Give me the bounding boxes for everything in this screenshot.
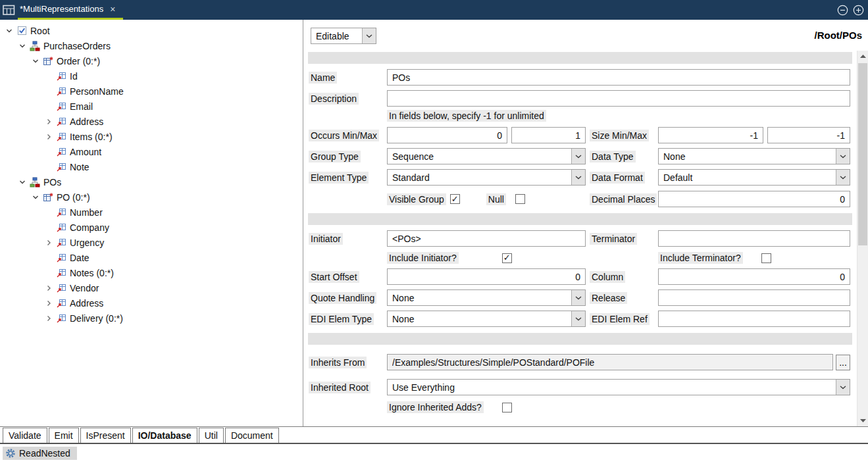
chevron-spacer xyxy=(43,222,54,233)
group-type-dropdown[interactable]: Sequence xyxy=(387,148,586,164)
chevron-expanded-icon[interactable] xyxy=(17,41,28,51)
tree-item[interactable]: Address xyxy=(0,114,303,129)
include-initiator-checkbox[interactable]: ✓ xyxy=(502,253,512,263)
inherits-from-input[interactable] xyxy=(387,354,833,370)
tree-item[interactable]: PersonName xyxy=(0,84,303,99)
ignore-inherited-adds-label: Ignore Inherited Adds? xyxy=(387,401,484,413)
edi-elem-ref-input[interactable] xyxy=(658,311,850,327)
tree-item[interactable]: Urgency xyxy=(0,235,303,250)
tree-item[interactable]: Note xyxy=(0,159,303,174)
element-node-icon xyxy=(56,101,66,112)
terminator-input[interactable] xyxy=(658,230,850,247)
chevron-collapsed-icon[interactable] xyxy=(43,238,54,248)
scroll-up-icon[interactable] xyxy=(857,51,868,62)
tree-item[interactable]: Order (0:*) xyxy=(0,53,303,68)
browse-button[interactable]: ... xyxy=(836,355,850,370)
element-type-dropdown[interactable]: Standard xyxy=(387,169,586,186)
chevron-expanded-icon[interactable] xyxy=(4,26,14,36)
tab-emit[interactable]: Emit xyxy=(49,428,79,443)
group-node-icon xyxy=(43,56,53,66)
section-divider xyxy=(308,213,852,225)
tree-item[interactable]: Company xyxy=(0,220,303,235)
chevron-collapsed-icon[interactable] xyxy=(43,132,54,142)
titlebar: *MultiRepresentations × xyxy=(0,0,868,20)
chevron-spacer xyxy=(43,268,54,278)
column-input[interactable] xyxy=(658,268,850,285)
occurs-max-input[interactable] xyxy=(511,127,586,143)
inherited-root-dropdown[interactable]: Use Everything xyxy=(387,379,850,395)
null-checkbox[interactable]: ✓ xyxy=(515,194,525,204)
initiator-input[interactable] xyxy=(387,230,586,247)
tab-ispresent[interactable]: IsPresent xyxy=(80,428,131,443)
bottom-panel: ValidateEmitIsPresentIO/DatabaseUtilDocu… xyxy=(0,427,868,475)
maximize-button[interactable] xyxy=(853,5,864,16)
app-window: *MultiRepresentations × RootPurchaseOrde… xyxy=(0,0,868,475)
tree-item[interactable]: Notes (0:*) xyxy=(0,265,303,280)
tree-item[interactable]: Amount xyxy=(0,144,303,159)
edi-elem-type-dropdown[interactable]: None xyxy=(387,311,586,327)
tree-item-label: POs xyxy=(43,177,61,188)
tree-item[interactable]: Email xyxy=(0,99,303,114)
tree-item[interactable]: Number xyxy=(0,205,303,220)
name-input[interactable] xyxy=(387,69,850,86)
tree-item[interactable]: Items (0:*) xyxy=(0,129,303,144)
tree-item[interactable]: Date xyxy=(0,250,303,265)
tab-util[interactable]: Util xyxy=(199,428,224,443)
minimize-button[interactable] xyxy=(837,5,848,16)
chevron-collapsed-icon[interactable] xyxy=(43,313,54,324)
tree-item[interactable]: Id xyxy=(0,68,303,84)
include-terminator-checkbox[interactable]: ✓ xyxy=(761,253,771,263)
size-min-input[interactable] xyxy=(658,127,763,143)
tree-item[interactable]: PO (0:*) xyxy=(0,189,303,205)
method-readnested[interactable]: ReadNested xyxy=(3,447,77,460)
data-format-dropdown[interactable]: Default xyxy=(658,169,850,186)
tab-validate[interactable]: Validate xyxy=(3,428,47,443)
null-label: Null xyxy=(486,193,506,205)
tree-item[interactable]: POs xyxy=(0,174,303,189)
ignore-inherited-adds-checkbox[interactable]: ✓ xyxy=(502,403,512,413)
vertical-scrollbar[interactable] xyxy=(857,51,868,426)
chevron-collapsed-icon[interactable] xyxy=(43,116,54,127)
quote-handling-row: Quote Handling None Release xyxy=(309,289,850,306)
tree-item-label: Number xyxy=(70,207,103,218)
chevron-expanded-icon[interactable] xyxy=(30,192,41,203)
tree-item[interactable]: Delivery (0:*) xyxy=(0,311,303,326)
chevron-expanded-icon[interactable] xyxy=(30,56,41,66)
visible-group-row: Visible Group ✓ Null ✓ Decimal Places xyxy=(309,191,850,207)
window-controls xyxy=(837,0,864,20)
tab-document[interactable]: Document xyxy=(225,428,279,443)
tree-item[interactable]: Vendor xyxy=(0,280,303,295)
tree-item[interactable]: Address xyxy=(0,295,303,311)
chevron-down-icon xyxy=(836,170,850,185)
app-icon xyxy=(0,0,18,20)
chevron-collapsed-icon[interactable] xyxy=(43,283,54,293)
description-input[interactable] xyxy=(387,90,850,107)
edit-mode-dropdown[interactable]: Editable xyxy=(311,28,376,44)
chevron-collapsed-icon[interactable] xyxy=(43,298,54,309)
chevron-down-icon xyxy=(571,170,585,185)
scroll-down-icon[interactable] xyxy=(857,415,868,426)
chevron-down-icon xyxy=(571,290,585,305)
chevron-spacer xyxy=(43,86,54,97)
method-label: ReadNested xyxy=(19,448,70,459)
element-node-icon xyxy=(56,283,66,293)
quote-handling-dropdown[interactable]: None xyxy=(387,289,586,306)
tree-item[interactable]: Root xyxy=(0,23,303,38)
element-node-icon xyxy=(56,313,66,324)
scrollbar-thumb[interactable] xyxy=(858,63,867,245)
release-input[interactable] xyxy=(658,289,850,306)
decimal-places-input[interactable] xyxy=(658,191,850,207)
tree-item[interactable]: PurchaseOrders xyxy=(0,38,303,53)
element-node-icon xyxy=(56,253,66,263)
size-max-input[interactable] xyxy=(767,127,850,143)
tab-io-database[interactable]: IO/Database xyxy=(132,428,197,443)
visible-group-checkbox[interactable]: ✓ xyxy=(450,194,460,204)
start-offset-input[interactable] xyxy=(387,268,586,285)
occurs-min-input[interactable] xyxy=(387,127,507,143)
tree-item-label: Note xyxy=(70,162,89,172)
tab-close-icon[interactable]: × xyxy=(110,5,115,14)
data-type-dropdown[interactable]: None xyxy=(658,148,850,164)
document-tab[interactable]: *MultiRepresentations × xyxy=(18,0,123,20)
chevron-expanded-icon[interactable] xyxy=(17,177,28,188)
tree-item-label: Order (0:*) xyxy=(57,56,100,66)
